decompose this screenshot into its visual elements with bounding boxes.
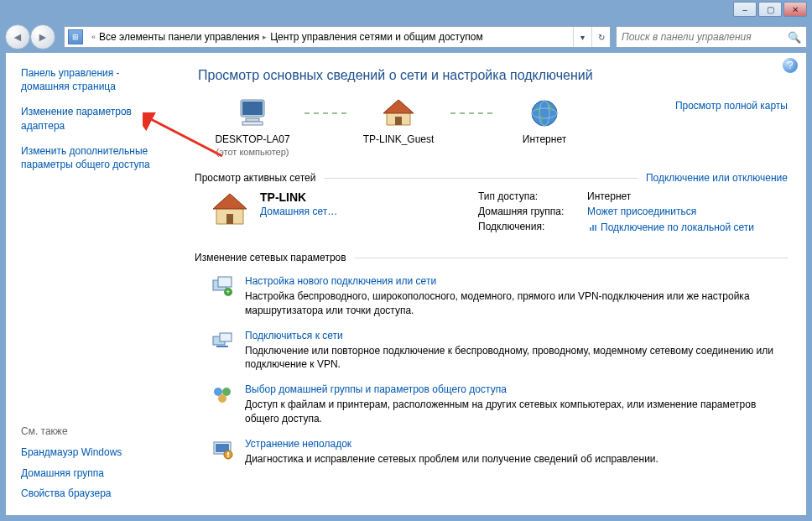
back-button[interactable]: ◄ xyxy=(5,24,30,49)
window-controls: – ▢ ✕ xyxy=(733,2,807,17)
svg-rect-3 xyxy=(242,122,263,125)
breadcrumb-sep-icon: « xyxy=(91,33,96,41)
task-new-connection-desc: Настройка беспроводного, широкополосного… xyxy=(245,289,788,318)
page-title: Просмотр основных сведений о сети и наст… xyxy=(198,68,788,83)
house-icon xyxy=(344,96,453,130)
address-dropdown-button[interactable]: ▾ xyxy=(573,27,591,47)
view-full-map-link[interactable]: Просмотр полной карты xyxy=(675,100,788,112)
main-panel: ? Просмотр основных сведений о сети и на… xyxy=(178,53,806,515)
map-connector-icon xyxy=(300,96,351,130)
sidebar-home-link[interactable]: Панель управления - домашняя страница xyxy=(21,66,166,93)
sidebar: Панель управления - домашняя страница Из… xyxy=(6,53,178,515)
task-new-connection-link[interactable]: Настройка нового подключения или сети xyxy=(245,275,788,287)
sidebar-firewall-link[interactable]: Брандмауэр Windows xyxy=(21,445,166,459)
svg-rect-14 xyxy=(218,277,232,287)
task-homegroup-sharing-link[interactable]: Выбор домашней группы и параметров общег… xyxy=(245,383,788,395)
connect-disconnect-link[interactable]: Подключение или отключение xyxy=(646,172,788,184)
connections-key: Подключения: xyxy=(478,221,587,233)
svg-rect-18 xyxy=(220,333,232,341)
connect-network-icon xyxy=(211,330,233,352)
task-troubleshoot-desc: Диагностика и исправление сетевых пробле… xyxy=(245,452,658,466)
svg-rect-26 xyxy=(227,456,229,457)
sidebar-browser-link[interactable]: Свойства браузера xyxy=(21,487,166,500)
help-icon[interactable]: ? xyxy=(783,58,798,73)
map-router: TP-LINK_Guest xyxy=(344,96,453,145)
breadcrumb-parent[interactable]: Все элементы панели управления xyxy=(99,31,259,43)
task-connect-network: Подключиться к сети Подключение или повт… xyxy=(211,330,788,373)
task-new-connection: + Настройка нового подключения или сети … xyxy=(211,275,788,318)
access-type-value: Интернет xyxy=(587,190,631,202)
see-also-label: См. также xyxy=(21,425,166,437)
map-computer-label: DESKTOP-LA07 xyxy=(198,133,307,145)
forward-button[interactable]: ► xyxy=(30,24,55,49)
change-settings-header: Изменение сетевых параметров xyxy=(195,252,788,263)
close-button[interactable]: ✕ xyxy=(783,2,807,17)
sidebar-sharing-link[interactable]: Изменить дополнительные параметры общего… xyxy=(21,144,166,171)
nav-toolbar: ◄ ► ⊞ « Все элементы панели управления ▸… xyxy=(5,22,807,52)
map-router-label: TP-LINK_Guest xyxy=(344,133,453,145)
breadcrumb-current[interactable]: Центр управления сетями и общим доступом xyxy=(270,31,483,43)
active-networks-label: Просмотр активных сетей xyxy=(195,172,315,184)
troubleshoot-icon xyxy=(211,438,233,460)
network-map: DESKTOP-LA07 (этот компьютер) TP-LINK_Gu… xyxy=(198,96,788,157)
signal-icon xyxy=(587,221,597,231)
network-name: TP-LINK xyxy=(260,190,478,204)
control-panel-icon: ⊞ xyxy=(68,29,83,44)
globe-icon xyxy=(490,96,599,130)
content-area: Панель управления - домашняя страница Из… xyxy=(5,52,807,516)
svg-rect-2 xyxy=(246,118,259,122)
task-troubleshoot-link[interactable]: Устранение неполадок xyxy=(245,438,658,450)
network-details: Тип доступа:Интернет Домашняя группа:Мож… xyxy=(478,190,754,237)
map-internet-label: Интернет xyxy=(490,133,599,145)
map-internet: Интернет xyxy=(490,96,599,145)
refresh-button[interactable]: ↻ xyxy=(591,27,610,47)
svg-rect-25 xyxy=(227,452,229,456)
active-network-block: TP-LINK Домашняя сет… Тип доступа:Интерн… xyxy=(211,190,788,237)
network-type-link[interactable]: Домашняя сет… xyxy=(260,206,478,217)
map-connector-icon xyxy=(446,96,497,130)
task-connect-network-desc: Подключение или повторное подключение к … xyxy=(245,344,788,373)
new-connection-icon: + xyxy=(211,275,233,297)
task-connect-network-link[interactable]: Подключиться к сети xyxy=(245,330,788,341)
svg-marker-11 xyxy=(213,194,247,209)
active-networks-header: Просмотр активных сетей Подключение или … xyxy=(195,172,788,184)
homegroup-key: Домашняя группа: xyxy=(478,206,587,217)
address-bar[interactable]: ⊞ « Все элементы панели управления ▸ Цен… xyxy=(64,26,611,48)
svg-marker-5 xyxy=(383,100,414,113)
map-computer-sublabel: (этот компьютер) xyxy=(198,147,307,157)
minimize-button[interactable]: – xyxy=(733,2,757,17)
connection-link[interactable]: Подключение по локальной сети xyxy=(587,221,754,233)
sidebar-homegroup-link[interactable]: Домашняя группа xyxy=(21,466,166,480)
svg-rect-1 xyxy=(242,102,263,115)
search-box[interactable]: 🔍 xyxy=(616,26,807,48)
back-forward-group: ◄ ► xyxy=(5,24,55,49)
breadcrumb-arrow-icon: ▸ xyxy=(263,33,267,41)
task-troubleshoot: Устранение неполадок Диагностика и испра… xyxy=(211,438,788,466)
computer-icon xyxy=(198,96,307,130)
task-homegroup-sharing: Выбор домашней группы и параметров общег… xyxy=(211,383,788,426)
search-input[interactable] xyxy=(622,31,788,43)
homegroup-sharing-icon xyxy=(211,383,233,405)
task-homegroup-sharing-desc: Доступ к файлам и принтерам, расположенн… xyxy=(245,398,788,426)
svg-text:+: + xyxy=(226,288,230,296)
change-settings-label: Изменение сетевых параметров xyxy=(195,252,346,263)
search-icon[interactable]: 🔍 xyxy=(788,31,801,44)
svg-rect-12 xyxy=(226,214,233,224)
window-frame: – ▢ ✕ ◄ ► ⊞ « Все элементы панели управл… xyxy=(0,0,812,521)
maximize-button[interactable]: ▢ xyxy=(758,2,782,17)
access-type-key: Тип доступа: xyxy=(478,190,587,202)
sidebar-adapter-link[interactable]: Изменение параметров адаптера xyxy=(21,105,166,132)
homegroup-link[interactable]: Может присоединиться xyxy=(587,206,696,217)
svg-point-21 xyxy=(218,394,226,403)
svg-rect-6 xyxy=(395,117,402,125)
home-network-icon xyxy=(211,190,248,227)
map-this-computer: DESKTOP-LA07 (этот компьютер) xyxy=(198,96,307,157)
svg-point-7 xyxy=(532,101,557,126)
